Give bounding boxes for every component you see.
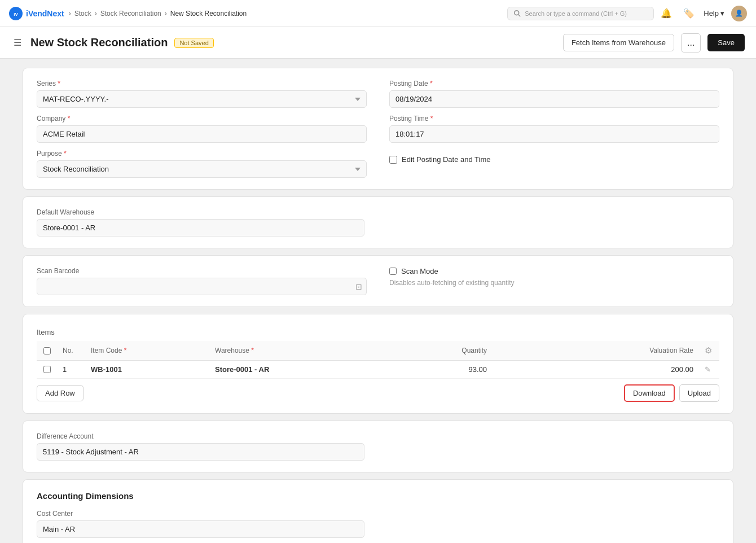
series-required: * xyxy=(58,80,60,87)
company-group: Company * xyxy=(37,115,367,143)
status-badge: Not Saved xyxy=(174,38,213,48)
breadcrumb-sep3: › xyxy=(165,10,167,17)
table-right-actions: Download Upload xyxy=(624,384,719,402)
scan-card: Scan Barcode ⊡ Scan Mode Disables auto-f… xyxy=(23,255,733,307)
scan-barcode-input[interactable] xyxy=(37,278,367,295)
edit-posting-label[interactable]: Edit Posting Date and Time xyxy=(402,155,491,164)
purpose-select[interactable]: Stock Reconciliation xyxy=(37,160,367,178)
posting-date-input[interactable] xyxy=(389,90,719,108)
top-nav: iV iVendNext › Stock › Stock Reconciliat… xyxy=(0,0,756,27)
save-button[interactable]: Save xyxy=(707,34,745,51)
app-logo[interactable]: iV iVendNext xyxy=(9,7,64,20)
default-warehouse-input[interactable] xyxy=(37,219,364,237)
fetch-items-button[interactable]: Fetch Items from Warehouse xyxy=(563,34,674,51)
series-select[interactable]: MAT-RECO-.YYYY.- xyxy=(37,90,367,108)
page-header: ☰ New Stock Reconciliation Not Saved Fet… xyxy=(0,27,756,59)
default-warehouse-label: Default Warehouse xyxy=(37,208,364,216)
items-label: Items xyxy=(37,328,719,336)
chevron-down-icon: ▾ xyxy=(720,9,724,17)
th-check xyxy=(37,341,57,361)
posting-time-input[interactable] xyxy=(389,125,719,143)
warehouse-card: Default Warehouse xyxy=(23,196,733,248)
row-valuation-cell: 200.00 xyxy=(493,361,699,379)
th-item-code: Item Code * xyxy=(85,341,209,361)
basic-info-card: Series * MAT-RECO-.YYYY.- Company * xyxy=(23,68,733,190)
more-options-button[interactable]: ... xyxy=(681,33,701,52)
company-input[interactable] xyxy=(37,125,367,143)
posting-time-group: Posting Time * xyxy=(389,115,719,143)
search-placeholder: Search or type a command (Ctrl + G) xyxy=(525,10,627,17)
right-column: Posting Date * Posting Time * Edit Posti… xyxy=(389,80,719,178)
items-tbody: 1 WB-1001 Store-0001 - AR 93.00 200.00 ✎ xyxy=(37,361,719,379)
scan-mode-row: Scan Mode xyxy=(389,267,719,275)
download-button[interactable]: Download xyxy=(624,384,675,402)
scan-barcode-icon: ⊡ xyxy=(355,282,362,291)
difference-account-label: Difference Account xyxy=(37,432,364,440)
th-action: ⚙ xyxy=(699,341,719,361)
left-column: Series * MAT-RECO-.YYYY.- Company * xyxy=(37,80,367,178)
edit-posting-row: Edit Posting Date and Time xyxy=(389,151,719,164)
menu-toggle-button[interactable]: ☰ xyxy=(11,35,24,50)
accounting-dimensions-heading: Accounting Dimensions xyxy=(37,491,719,501)
bookmarks-button[interactable]: 🏷️ xyxy=(681,6,697,21)
help-button[interactable]: Help ▾ xyxy=(704,9,724,17)
series-group: Series * MAT-RECO-.YYYY.- xyxy=(37,80,367,108)
gear-icon[interactable]: ⚙ xyxy=(705,345,712,355)
notifications-button[interactable]: 🔔 xyxy=(658,6,674,21)
cost-center-input[interactable] xyxy=(37,520,364,538)
items-section: Items No. Item Code * xyxy=(37,328,719,402)
row-item-code-cell: WB-1001 xyxy=(85,361,209,379)
th-valuation-rate: Valuation Rate xyxy=(493,341,699,361)
nav-icons: 🔔 🏷️ Help ▾ 👤 xyxy=(658,6,747,21)
scan-hint: Disables auto-fetching of existing quant… xyxy=(389,279,719,287)
series-select-wrapper: MAT-RECO-.YYYY.- xyxy=(37,90,367,108)
table-row: 1 WB-1001 Store-0001 - AR 93.00 200.00 ✎ xyxy=(37,361,719,379)
row-no-cell: 1 xyxy=(57,361,85,379)
main-content: Series * MAT-RECO-.YYYY.- Company * xyxy=(11,59,745,543)
breadcrumb-stock[interactable]: Stock xyxy=(74,10,91,17)
default-warehouse-group: Default Warehouse xyxy=(37,208,364,237)
breadcrumb-reconciliation[interactable]: Stock Reconciliation xyxy=(100,10,161,17)
scan-barcode-group: Scan Barcode ⊡ xyxy=(37,267,367,295)
row-edit-cell: ✎ xyxy=(699,361,719,379)
accounting-dimensions-card: Accounting Dimensions Cost Center xyxy=(23,479,733,543)
th-quantity: Quantity xyxy=(356,341,493,361)
posting-date-label: Posting Date * xyxy=(389,80,719,87)
purpose-group: Purpose * Stock Reconciliation xyxy=(37,150,367,178)
breadcrumb-current: New Stock Reconciliation xyxy=(170,10,247,17)
logo-icon: iV xyxy=(9,7,23,20)
select-all-checkbox[interactable] xyxy=(43,347,51,354)
add-row-button[interactable]: Add Row xyxy=(37,385,83,401)
difference-account-input[interactable] xyxy=(37,443,364,461)
scan-row: Scan Barcode ⊡ Scan Mode Disables auto-f… xyxy=(37,267,719,295)
row-edit-icon[interactable]: ✎ xyxy=(705,365,711,374)
app-name: iVendNext xyxy=(26,9,64,18)
cost-center-group: Cost Center xyxy=(37,510,364,538)
row-checkbox[interactable] xyxy=(43,366,51,373)
edit-posting-checkbox[interactable] xyxy=(389,156,397,164)
upload-button[interactable]: Upload xyxy=(679,384,719,402)
items-card: Items No. Item Code * xyxy=(23,314,733,414)
items-table: No. Item Code * Warehouse * Quantity Val… xyxy=(37,341,719,379)
th-warehouse: Warehouse * xyxy=(209,341,356,361)
svg-line-3 xyxy=(518,14,521,16)
breadcrumb-sep2: › xyxy=(95,10,97,17)
page-title: New Stock Reconciliation xyxy=(30,36,168,49)
search-icon xyxy=(513,10,521,17)
svg-text:iV: iV xyxy=(14,12,18,17)
purpose-label: Purpose * xyxy=(37,150,367,157)
breadcrumb: › Stock › Stock Reconciliation › New Sto… xyxy=(69,10,247,17)
company-label: Company * xyxy=(37,115,367,122)
search-bar[interactable]: Search or type a command (Ctrl + G) xyxy=(507,7,654,20)
difference-account-group: Difference Account xyxy=(37,432,364,461)
scan-mode-checkbox[interactable] xyxy=(389,268,397,275)
scan-input-wrapper: ⊡ xyxy=(37,278,367,295)
breadcrumb-sep: › xyxy=(69,10,71,17)
svg-point-2 xyxy=(515,10,519,15)
basic-info-grid: Series * MAT-RECO-.YYYY.- Company * xyxy=(37,80,719,178)
table-header: No. Item Code * Warehouse * Quantity Val… xyxy=(37,341,719,361)
scan-mode-label[interactable]: Scan Mode xyxy=(401,267,438,275)
avatar[interactable]: 👤 xyxy=(731,6,747,21)
posting-time-label: Posting Time * xyxy=(389,115,719,122)
th-no: No. xyxy=(57,341,85,361)
